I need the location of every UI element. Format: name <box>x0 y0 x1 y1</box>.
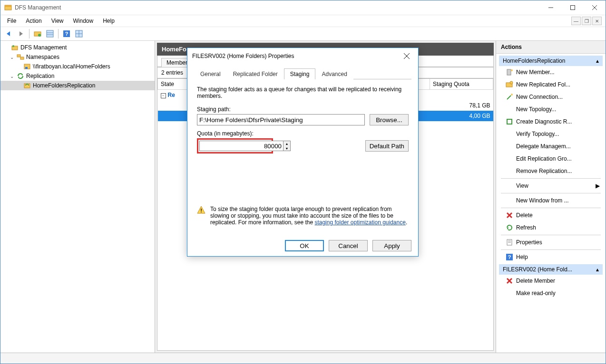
action-create-diagnostic[interactable]: Create Diagnostic R... <box>499 115 603 128</box>
forward-button[interactable] <box>16 29 26 39</box>
collapse-icon[interactable]: ▴ <box>596 266 599 273</box>
tree-item-namespace-path[interactable]: \\firatboyan.local\HomeFolders <box>0 62 155 71</box>
action-new-connection[interactable]: New Connection... <box>499 91 603 103</box>
folder-add-icon <box>506 81 513 88</box>
toolbar: ? <box>0 27 606 41</box>
svg-rect-1 <box>5 5 11 7</box>
tab-general[interactable]: General <box>194 68 227 79</box>
dfs-icon <box>11 44 19 51</box>
remove-icon <box>506 167 513 175</box>
separator <box>501 208 601 208</box>
cell-quota: 4,00 GB <box>430 111 493 121</box>
spinner-down-icon[interactable]: ▼ <box>283 146 290 151</box>
collapse-icon[interactable]: ▴ <box>596 57 599 64</box>
separator <box>501 178 601 179</box>
tree-label: Replication <box>26 73 54 79</box>
tree-item-replication-group[interactable]: HomeFoldersReplication <box>0 81 155 90</box>
staging-path-input[interactable] <box>197 114 365 125</box>
action-delete[interactable]: Delete <box>499 209 603 221</box>
server-icon <box>506 68 513 76</box>
action-remove-replication[interactable]: Remove Replication... <box>499 165 603 177</box>
tree-item-namespaces[interactable]: ⌄ Namespaces <box>0 52 155 62</box>
diagnostic-icon <box>506 118 513 125</box>
quota-input[interactable] <box>199 141 283 151</box>
svg-line-27 <box>507 96 511 99</box>
ok-button[interactable]: OK <box>285 240 324 251</box>
warning-text: To size the staging folder quota large e… <box>210 206 409 226</box>
toolbar-separator <box>29 29 29 38</box>
dialog-tabs: General Replicated Folder Staging Advanc… <box>194 68 411 79</box>
menu-help[interactable]: Help <box>98 17 119 25</box>
svg-text:?: ? <box>65 31 68 37</box>
action-properties[interactable]: Properties <box>499 236 603 249</box>
browse-button[interactable]: Browse... <box>370 114 409 125</box>
folder-icon[interactable] <box>32 29 43 39</box>
guidance-link[interactable]: staging folder optimization guidance <box>314 219 405 226</box>
action-help[interactable]: ?Help <box>499 251 603 263</box>
action-new-window[interactable]: New Window from ... <box>499 194 603 207</box>
cancel-button[interactable]: Cancel <box>329 240 368 251</box>
list-icon[interactable] <box>45 29 55 39</box>
svg-rect-19 <box>20 57 24 59</box>
mdi-minimize-button[interactable]: — <box>571 17 581 25</box>
svg-rect-21 <box>25 67 28 69</box>
action-group-server[interactable]: FILESRV002 (Home Fold... ▴ <box>499 264 603 275</box>
tree-item-replication[interactable]: ⌄ Replication <box>0 71 155 81</box>
help-icon[interactable]: ? <box>61 29 72 39</box>
edit-icon <box>506 155 513 163</box>
tab-replicated-folder[interactable]: Replicated Folder <box>227 68 284 79</box>
grid-icon[interactable] <box>74 29 84 39</box>
apply-button[interactable]: Apply <box>372 240 411 251</box>
menu-action[interactable]: Action <box>21 17 46 25</box>
menu-window[interactable]: Window <box>68 17 98 25</box>
action-delegate[interactable]: Delegate Managem... <box>499 140 603 153</box>
menubar: File Action View Window Help — ❐ ✕ <box>0 15 606 27</box>
staging-intro-text: The staging folder acts as a queue for c… <box>197 86 409 99</box>
warning-icon: ! <box>197 206 205 214</box>
cell-state: Re <box>168 92 175 98</box>
mdi-close-button[interactable]: ✕ <box>592 17 602 25</box>
expand-icon[interactable]: − <box>161 93 166 98</box>
tree-root[interactable]: DFS Management <box>0 43 155 52</box>
mdi-restore-button[interactable]: ❐ <box>582 17 591 25</box>
separator <box>501 193 601 193</box>
namespaces-icon <box>17 53 24 61</box>
quota-highlight: ▲▼ <box>197 138 273 153</box>
tab-advanced[interactable]: Advanced <box>315 68 353 79</box>
expander-icon[interactable]: ⌄ <box>9 74 15 79</box>
action-new-member[interactable]: New Member... <box>499 66 603 78</box>
menu-view[interactable]: View <box>47 17 68 25</box>
action-view[interactable]: View▶ <box>499 180 603 192</box>
action-new-replicated-folder[interactable]: New Replicated Fol... <box>499 78 603 91</box>
action-new-topology[interactable]: New Topology... <box>499 103 603 115</box>
close-button[interactable] <box>584 0 606 15</box>
staging-path-label: Staging path: <box>197 106 409 113</box>
separator <box>501 249 601 250</box>
action-refresh[interactable]: Refresh <box>499 221 603 234</box>
dialog-close-button[interactable] <box>400 49 413 63</box>
quota-spinner[interactable]: ▲▼ <box>283 141 291 151</box>
maximize-button[interactable] <box>562 0 584 15</box>
action-group-replication[interactable]: HomeFoldersReplication ▴ <box>499 56 603 66</box>
default-path-button[interactable]: Default Path <box>365 140 409 152</box>
minimize-button[interactable] <box>540 0 562 15</box>
app-icon <box>4 4 12 11</box>
separator <box>501 235 601 235</box>
action-delete-member[interactable]: Delete Member <box>499 275 603 287</box>
topology-icon <box>506 105 513 113</box>
replication-icon <box>17 72 24 80</box>
actions-pane: Actions HomeFoldersReplication ▴ New Mem… <box>496 41 606 353</box>
action-make-readonly[interactable]: Make read-only <box>499 287 603 299</box>
actions-header: Actions <box>496 41 606 54</box>
action-edit-replication-group[interactable]: Edit Replication Gro... <box>499 153 603 165</box>
tab-staging[interactable]: Staging <box>284 68 316 79</box>
action-verify-topology[interactable]: Verify Topology... <box>499 128 603 140</box>
svg-rect-30 <box>508 120 511 124</box>
col-staging-quota[interactable]: Staging Quota <box>430 79 493 90</box>
menu-file[interactable]: File <box>2 17 21 25</box>
spinner-up-icon[interactable]: ▲ <box>283 141 290 146</box>
connection-icon <box>506 93 513 101</box>
expander-icon[interactable]: ⌄ <box>9 55 15 60</box>
toolbar-separator <box>58 29 59 38</box>
back-button[interactable] <box>3 29 14 39</box>
